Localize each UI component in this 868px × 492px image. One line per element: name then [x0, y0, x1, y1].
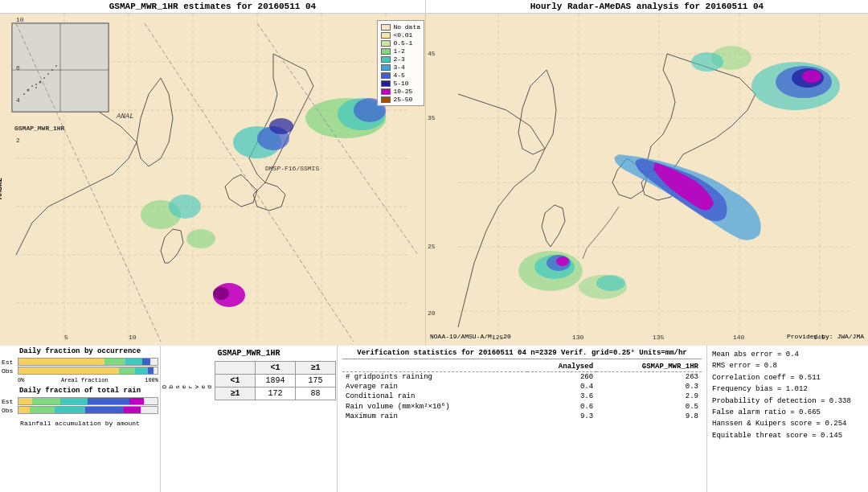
- stat-row-maxrain: Maximum rain: [342, 412, 527, 421]
- total-rain-chart: Est Obs: [2, 396, 158, 415]
- svg-text:10: 10: [16, 16, 24, 23]
- stat-pod: Probability of detection = 0.338: [712, 396, 863, 407]
- svg-point-81: [596, 275, 625, 291]
- stat-row-gridpoints: # gridpoints raining: [342, 372, 527, 382]
- svg-point-79: [556, 256, 569, 266]
- cell-r1c2: 175: [296, 375, 336, 387]
- stat-corr: Correlation coeff = 0.511: [712, 372, 863, 383]
- occurrence-chart-title: Daily fraction by occurrence: [2, 347, 158, 355]
- svg-text:10: 10: [129, 334, 137, 341]
- col-header-gte1: ≥1: [296, 362, 336, 375]
- svg-point-83: [691, 52, 723, 72]
- svg-text:5: 5: [64, 334, 68, 341]
- stat-mean-abs: Mean abs error = 0.4: [712, 349, 863, 360]
- contingency-title: GSMAP_MWR_1HR: [217, 349, 280, 358]
- right-map-title: Hourly Radar-AMeDAS analysis for 2016051…: [426, 0, 868, 14]
- svg-point-25: [186, 229, 215, 248]
- contingency-table: <1 ≥1 <1 1894 175 ≥1 172 88: [215, 361, 336, 400]
- svg-text:35: 35: [428, 114, 436, 121]
- svg-point-17: [269, 118, 293, 134]
- stat-val-condrain-an: 3.6: [527, 392, 596, 401]
- svg-point-31: [35, 84, 37, 85]
- amsr2-label: AMSR2: [0, 178, 4, 199]
- legend: No data <0.01 0.5-1 1-2 2-3 3-4 4-5 5-10…: [377, 20, 424, 106]
- obs-vertical-label: Observed: [162, 385, 213, 389]
- svg-point-39: [55, 65, 57, 67]
- occurrence-bar-chart: Est Obs: [2, 357, 158, 375]
- svg-text:135: 135: [653, 334, 665, 341]
- svg-point-22: [213, 287, 229, 300]
- svg-text:2: 2: [16, 137, 20, 144]
- svg-point-35: [51, 69, 53, 71]
- contingency-area: GSMAP_MWR_1HR Observed <1 ≥1 <1 1: [161, 346, 338, 492]
- cell-r2c2: 88: [296, 387, 336, 400]
- left-map-title: GSMAP_MWR_1HR estimates for 20160511 04: [0, 0, 425, 14]
- obs-label-1: Obs: [2, 367, 18, 375]
- obs-bar-2: [18, 406, 158, 414]
- stat-val-condrain-gs: 2.9: [596, 392, 702, 401]
- stat-row-condrain: Conditional rain: [342, 392, 527, 401]
- obs-label-2: Obs: [2, 407, 18, 414]
- stat-val-avgrain-gs: 0.3: [596, 382, 702, 392]
- stats-table: Analysed GSMAP_MWR_1HR # gridpoints rain…: [342, 362, 702, 421]
- left-map-container: GSMAP_MWR_1HR estimates for 20160511 04 …: [0, 0, 426, 346]
- stat-ets: Equitable threat score = 0.145: [712, 430, 863, 441]
- svg-point-32: [39, 81, 42, 84]
- svg-text:25: 25: [428, 243, 436, 250]
- svg-point-36: [27, 89, 30, 92]
- stat-rms: RMS error = 0.8: [712, 360, 863, 371]
- stat-freq: Frequency bias = 1.012: [712, 383, 863, 395]
- stat-far: False alarm ratio = 0.665: [712, 407, 863, 418]
- stat-val-gridpoints-an: 260: [527, 372, 596, 382]
- stat-val-gridpoints-gs: 263: [596, 372, 702, 382]
- stat-val-rainvol-an: 0.6: [527, 401, 596, 412]
- stat-val-rainvol-gs: 0.5: [596, 401, 702, 412]
- svg-point-24: [169, 195, 201, 219]
- stat-row-avgrain: Average rain: [342, 382, 527, 392]
- est-label-2: Est: [2, 398, 18, 405]
- est-bar-1: [18, 358, 158, 366]
- cell-r2c1: 172: [256, 387, 296, 400]
- obs-bar-1: [18, 367, 158, 375]
- row-header-gte1: ≥1: [215, 387, 256, 400]
- maps-section: GSMAP_MWR_1HR estimates for 20160511 04 …: [0, 0, 868, 346]
- row-header-lt1: <1: [215, 375, 256, 387]
- stats-col-label: [342, 362, 527, 372]
- bottom-section: Daily fraction by occurrence Est: [0, 346, 868, 492]
- accumulation-label: Rainfall accumulation by amount: [2, 420, 158, 427]
- svg-point-38: [35, 87, 37, 88]
- stat-hk: Hanssen & Kuipers score = 0.254: [712, 418, 863, 429]
- right-stats-area: Mean abs error = 0.4 RMS error = 0.8 Cor…: [707, 346, 868, 492]
- svg-point-75: [802, 70, 821, 83]
- stats-col-gsmap: GSMAP_MWR_1HR: [596, 362, 702, 372]
- svg-text:6: 6: [16, 64, 20, 72]
- svg-point-30: [31, 85, 33, 87]
- svg-text:DMSP-F16/SSMIS: DMSP-F16/SSMIS: [265, 165, 319, 172]
- empty-header: [215, 362, 256, 375]
- charts-area: Daily fraction by occurrence Est: [0, 346, 161, 492]
- stat-val-avgrain-an: 0.4: [527, 382, 596, 392]
- est-label-1: Est: [2, 359, 18, 366]
- total-rain-title: Daily fraction of total rain: [2, 387, 158, 395]
- main-container: GSMAP_MWR_1HR estimates for 20160511 04 …: [0, 0, 868, 492]
- left-map-svg: 10 6 4 2 5 10 ANAL GSMAP_MWR_1HR DMSP-F1…: [0, 14, 426, 342]
- svg-text:GSMAP_MWR_1HR: GSMAP_MWR_1HR: [14, 125, 65, 132]
- occurrence-axis: 0% Areal fraction 100%: [2, 377, 158, 383]
- stats-title: Verification statistics for 20160511 04 …: [342, 349, 702, 359]
- svg-text:140: 140: [733, 334, 745, 341]
- svg-text:45: 45: [428, 50, 436, 57]
- svg-point-33: [43, 77, 45, 79]
- svg-text:20: 20: [428, 310, 436, 317]
- stat-val-maxrain-gs: 9.8: [596, 412, 702, 421]
- svg-point-37: [23, 93, 25, 95]
- svg-text:ANAL: ANAL: [116, 113, 134, 121]
- stat-row-rainvol: Rain volume (mm×km²×10⁶): [342, 401, 527, 412]
- right-map-svg: 45 35 25 20 125 130 135 140 145: [426, 14, 868, 342]
- cell-r1c1: 1894: [256, 375, 296, 387]
- right-map-container: Hourly Radar-AMeDAS analysis for 2016051…: [426, 0, 868, 346]
- stat-val-maxrain-an: 9.3: [527, 412, 596, 421]
- svg-text:4: 4: [16, 96, 20, 104]
- svg-text:130: 130: [572, 334, 584, 341]
- provided-by-label: Provided by: JWA/JMA: [787, 333, 864, 340]
- noaa-label: NOAA-19/AMSU-A/M...20: [430, 333, 511, 340]
